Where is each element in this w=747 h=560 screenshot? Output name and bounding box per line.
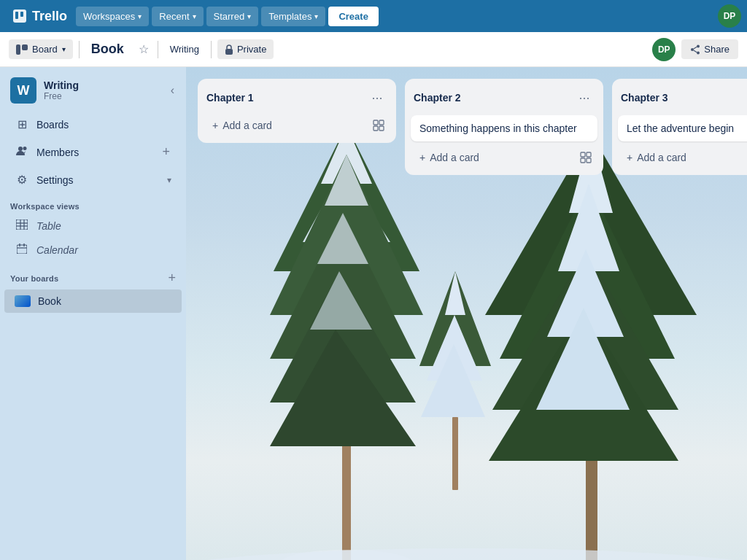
workspace-views-title: Workspace views — [10, 202, 80, 211]
add-card-row: + Add a card — [204, 115, 390, 136]
share-button[interactable]: Share — [681, 39, 738, 59]
header-divider-2 — [158, 41, 158, 58]
svg-rect-58 — [587, 152, 591, 157]
svg-rect-57 — [581, 152, 585, 157]
chevron-down-icon: ▾ — [138, 12, 142, 20]
lock-icon — [225, 44, 233, 55]
workspace-header: W Writing Free ‹ — [0, 67, 186, 111]
card-template-button[interactable] — [576, 147, 595, 168]
sidebar-item-calendar[interactable]: Calendar — [4, 238, 182, 261]
board-thumbnail — [15, 295, 31, 307]
board-title: Book — [85, 42, 130, 57]
svg-line-10 — [694, 50, 697, 52]
svg-rect-18 — [17, 245, 27, 254]
board-view-button[interactable]: Board ▾ — [9, 39, 73, 59]
sidebar-item-boards[interactable]: ⊞ Boards — [4, 112, 182, 137]
add-card-button[interactable]: + Add a card — [621, 147, 747, 168]
card[interactable]: Something happens in this chapter — [411, 115, 597, 141]
top-navigation: Trello Workspaces ▾ Recent ▾ Starred ▾ T… — [0, 0, 747, 32]
sidebar-item-label: Calendar — [36, 244, 78, 256]
svg-rect-3 — [16, 44, 20, 55]
your-boards-title: Your boards — [10, 274, 58, 283]
svg-rect-54 — [379, 120, 384, 125]
header-divider — [79, 41, 80, 58]
svg-rect-56 — [379, 126, 384, 131]
list-header: Chapter 3 ··· — [618, 86, 747, 109]
list-header: Chapter 1 ··· — [204, 86, 390, 109]
add-board-button[interactable]: + — [168, 271, 176, 286]
logo-icon — [12, 8, 28, 24]
card-template-button[interactable] — [369, 115, 387, 136]
settings-icon: ⚙ — [15, 173, 29, 187]
share-icon — [690, 44, 700, 55]
starred-menu[interactable]: Starred ▾ — [206, 7, 259, 26]
svg-rect-59 — [581, 158, 585, 163]
workspace-info: Writing Free — [44, 79, 160, 101]
svg-rect-1 — [15, 12, 18, 19]
card-text: Something happens in this chapter — [419, 122, 577, 134]
add-card-row: + Add a card — [411, 147, 597, 168]
workspace-views-section: Workspace views — [0, 193, 186, 214]
lists-container: Chapter 1 ··· + Add a card — [186, 67, 747, 560]
visibility-button[interactable]: Private — [217, 39, 274, 59]
chevron-down-icon: ▾ — [62, 45, 66, 53]
workspace-icon: W — [10, 77, 36, 104]
main-area: W Writing Free ‹ ⊞ Boards Members + — [0, 67, 747, 560]
sidebar-collapse-button[interactable]: ‹ — [168, 81, 177, 100]
card[interactable]: Let the adventure begin — [618, 115, 747, 141]
sidebar-board-book[interactable]: Book — [4, 289, 182, 313]
list-title: Chapter 3 — [621, 92, 668, 104]
svg-point-11 — [18, 147, 23, 151]
header-divider-3 — [211, 41, 212, 58]
svg-rect-0 — [13, 9, 26, 23]
add-card-button[interactable]: + Add a card — [206, 115, 369, 136]
sidebar-item-members[interactable]: Members + — [4, 139, 182, 166]
templates-menu[interactable]: Templates ▾ — [261, 7, 325, 26]
svg-rect-2 — [20, 12, 23, 17]
plus-icon: + — [212, 120, 218, 131]
add-card-button[interactable]: + Add a card — [414, 147, 576, 168]
card-text: Let the adventure begin — [627, 122, 734, 134]
plus-icon: + — [627, 152, 632, 163]
calendar-icon — [15, 244, 29, 256]
list-chapter-3: Chapter 3 ··· Let the adventure begin + … — [612, 79, 747, 175]
recent-menu[interactable]: Recent ▾ — [152, 7, 203, 26]
board-content: Chapter 1 ··· + Add a card — [186, 67, 747, 560]
svg-rect-60 — [587, 158, 591, 163]
chevron-down-icon: ▾ — [314, 12, 318, 20]
workspace-name: Writing — [44, 79, 160, 91]
board-name: Book — [38, 295, 61, 307]
sidebar-item-label: Table — [36, 220, 61, 232]
svg-rect-55 — [374, 126, 378, 131]
star-button[interactable]: ☆ — [136, 39, 152, 59]
add-member-button[interactable]: + — [160, 144, 171, 160]
chevron-down-icon[interactable]: ▾ — [167, 175, 171, 185]
sidebar-item-table[interactable]: Table — [4, 214, 182, 237]
svg-line-9 — [694, 47, 697, 49]
sidebar-item-settings[interactable]: ⚙ Settings ▾ — [4, 167, 182, 192]
list-menu-button[interactable]: ··· — [574, 88, 595, 108]
workspace-plan: Free — [44, 91, 160, 101]
svg-point-6 — [691, 48, 694, 51]
list-title: Chapter 1 — [206, 92, 254, 104]
logo-text: Trello — [32, 9, 67, 24]
add-card-row: + Add a card — [618, 147, 747, 168]
trello-logo[interactable]: Trello — [6, 8, 73, 24]
list-menu-button[interactable]: ··· — [367, 88, 387, 108]
svg-rect-5 — [225, 49, 233, 55]
create-button[interactable]: Create — [328, 7, 378, 26]
chevron-down-icon: ▾ — [193, 12, 196, 20]
template-icon — [373, 120, 384, 131]
workspace-label: Writing — [164, 44, 205, 55]
workspaces-menu[interactable]: Workspaces ▾ — [76, 7, 149, 26]
table-icon — [15, 219, 29, 232]
template-icon — [580, 152, 592, 163]
svg-point-8 — [697, 51, 700, 54]
board-user-avatar[interactable]: DP — [652, 38, 676, 61]
svg-rect-13 — [16, 219, 28, 230]
user-avatar[interactable]: DP — [718, 4, 741, 28]
plus-icon: + — [419, 152, 425, 163]
members-icon — [15, 146, 29, 159]
your-boards-section: Your boards + — [0, 262, 186, 289]
sidebar: W Writing Free ‹ ⊞ Boards Members + — [0, 67, 186, 560]
